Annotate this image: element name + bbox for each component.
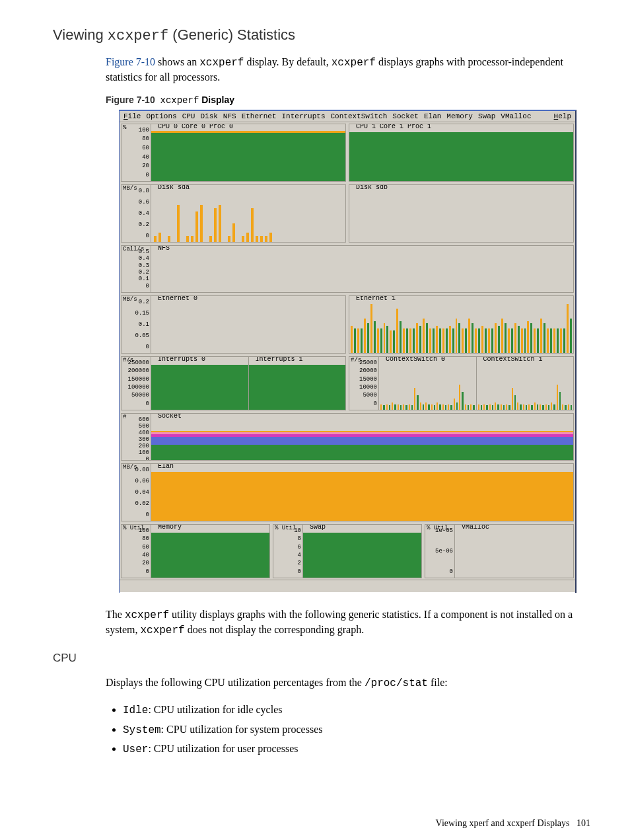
ytick: 5000 xyxy=(363,392,377,399)
legend-nfs: NFS xyxy=(157,245,171,252)
ylabel-mem: % Util xyxy=(123,525,144,531)
legend-mem: Memory xyxy=(157,524,183,531)
pf-code2: xcxperf xyxy=(140,625,184,636)
status-bar xyxy=(120,580,575,593)
legend-disk1: Disk sdb xyxy=(355,184,389,191)
cpu-subheading: CPU xyxy=(53,652,590,665)
menu-socket[interactable]: Socket xyxy=(392,112,419,120)
cpu-intro-code: /proc/stat xyxy=(365,677,428,689)
ytick: 20000 xyxy=(359,367,377,374)
menu-file[interactable]: FFileile xyxy=(123,112,141,120)
legend-elan: Elan xyxy=(157,463,175,470)
post-fig-paragraph: The xcxperf utility displays graphs with… xyxy=(106,607,590,638)
cpu-bullet-list: Idle: CPU utilization for idle cycles Sy… xyxy=(106,701,590,759)
ytick: 20 xyxy=(142,560,149,566)
legend-swap: Swap xyxy=(308,524,327,531)
legend-csw0: ContextSwitch 0 xyxy=(384,356,446,363)
ytick: 600 xyxy=(139,416,149,423)
ylabel-swap: % Util xyxy=(275,525,296,531)
ylabel-disk0: MB/s xyxy=(123,185,137,192)
ytick: 500 xyxy=(139,423,149,430)
ytick: 0 xyxy=(146,568,149,575)
figure-caption: Figure 7-10 xcxperf Display xyxy=(106,95,590,106)
figure-link[interactable]: Figure 7-10 xyxy=(106,56,155,67)
menu-elan[interactable]: Elan xyxy=(424,112,441,120)
ytick: 0.2 xyxy=(139,221,149,228)
bullet-idle: Idle: CPU utilization for idle cycles xyxy=(123,701,590,720)
panel-memory: % Util 100 80 60 40 20 0 Memory xyxy=(121,524,270,578)
bullet-system: System: CPU utilization for system proce… xyxy=(123,721,590,740)
legend-intr0: Interrupts 0 xyxy=(157,356,207,363)
legend-disk0: Disk sda xyxy=(157,184,191,191)
ytick: 6 xyxy=(298,544,301,551)
ytick: 0 xyxy=(146,512,149,518)
legend-socket: Socket xyxy=(157,413,183,420)
ylabel-vmalloc: % Util xyxy=(427,525,448,531)
menu-contextswitch[interactable]: ContextSwitch xyxy=(331,112,388,120)
ytick: 0 xyxy=(146,344,149,350)
ytick: 0.05 xyxy=(135,332,149,339)
xcxperf-window: FFileile Options CPU Disk NFS Ethernet I… xyxy=(119,110,577,593)
ytick: 10000 xyxy=(359,384,377,391)
ytick: 0 xyxy=(146,172,149,178)
panel-cpu1: CPU 1 Core 1 Proc 1 xyxy=(349,124,574,182)
ylabel-socket: # xyxy=(123,414,126,420)
panel-contextswitch: #/s 25000 20000 15000 10000 5000 0 Conte… xyxy=(349,356,574,410)
cpu-intro-t2: file: xyxy=(428,677,448,688)
panel-nfs: Call/s 0.5 0.4 0.3 0.2 0.1 0 NFS xyxy=(121,245,574,293)
ylabel-cpu0: % xyxy=(123,124,126,131)
ytick: 200 xyxy=(139,443,149,449)
heading-suffix: (Generic) Statistics xyxy=(168,26,295,43)
disk-bars xyxy=(151,193,345,242)
bullet-system-code: System xyxy=(123,724,161,736)
figure-number: Figure 7-10 xyxy=(106,95,155,105)
panel-socket: # 600 500 400 300 200 100 0 Socket xyxy=(121,413,574,461)
ytick: 8 xyxy=(298,535,301,542)
pf-t3: does not display the corresponding graph… xyxy=(185,624,365,635)
ylabel-csw: #/s xyxy=(351,357,361,363)
ytick: 40 xyxy=(142,154,149,161)
ytick: 0.6 xyxy=(139,199,149,206)
ytick: 0 xyxy=(450,568,453,575)
ytick: 2 xyxy=(298,560,301,566)
figure-suffix: Display xyxy=(201,95,234,105)
ytick: 4 xyxy=(298,552,301,558)
panel-elan: MB/s 0.08 0.06 0.04 0.02 0 Elan xyxy=(121,463,574,521)
ytick: 100 xyxy=(139,449,149,456)
intro-t1: shows an xyxy=(155,56,199,67)
menu-cpu[interactable]: CPU xyxy=(182,112,195,120)
figure-code: xcxperf xyxy=(160,95,199,106)
bullet-user-text: : CPU utilization for user processes xyxy=(148,743,298,754)
intro-code2: xcxperf xyxy=(332,57,376,69)
ytick: 0 xyxy=(298,568,301,575)
ytick: 15000 xyxy=(359,376,377,383)
legend-csw1: ContextSwitch 1 xyxy=(482,356,544,363)
footer-page: 101 xyxy=(577,818,590,828)
bullet-user: User: CPU utilization for user processes xyxy=(123,740,590,759)
ytick: 150000 xyxy=(128,376,149,383)
menu-help[interactable]: HHelpelp xyxy=(554,112,571,120)
menu-interrupts[interactable]: Interrupts xyxy=(281,112,325,120)
menu-disk[interactable]: Disk xyxy=(200,112,217,120)
ytick: 400 xyxy=(139,430,149,436)
menu-ethernet[interactable]: Ethernet xyxy=(242,112,277,120)
ytick: 300 xyxy=(139,436,149,443)
section-heading: Viewing xcxperf (Generic) Statistics xyxy=(53,26,590,44)
menu-nfs[interactable]: NFS xyxy=(223,112,236,120)
bullet-idle-text: : CPU utilization for idle cycles xyxy=(148,704,282,715)
bullet-user-code: User xyxy=(123,744,148,755)
panel-disk-sdb: Disk sdb xyxy=(349,184,574,243)
ytick: 0 xyxy=(146,401,149,407)
ylabel-nfs: Call/s xyxy=(123,246,144,252)
ytick: 25000 xyxy=(359,360,377,366)
menu-vmalloc[interactable]: VMalloc xyxy=(501,112,531,120)
menu-swap[interactable]: Swap xyxy=(478,112,495,120)
menu-memory[interactable]: Memory xyxy=(446,112,473,120)
ytick: 0.08 xyxy=(135,467,149,473)
ytick: 0.06 xyxy=(135,478,149,484)
heading-prefix: Viewing xyxy=(53,26,108,43)
ytick: 20 xyxy=(142,163,149,169)
menu-options[interactable]: Options xyxy=(146,112,176,120)
ytick: 0.02 xyxy=(135,500,149,507)
ytick: 0.4 xyxy=(139,255,149,262)
